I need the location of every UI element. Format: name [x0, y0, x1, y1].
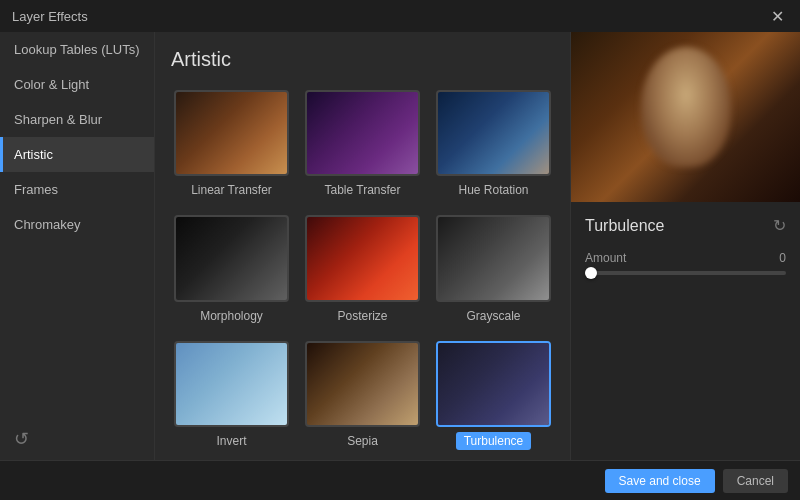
sidebar-item-sharpen-blur[interactable]: Sharpen & Blur: [0, 102, 154, 137]
param-label-amount: Amount: [585, 251, 626, 265]
sidebar-item-lookup-tables[interactable]: Lookup Tables (LUTs): [0, 32, 154, 67]
effect-label-posterize: Posterize: [331, 307, 393, 325]
effect-item-morphology[interactable]: Morphology: [171, 212, 292, 327]
sidebar: Lookup Tables (LUTs) Color & Light Sharp…: [0, 32, 155, 460]
sidebar-item-artistic[interactable]: Artistic: [0, 137, 154, 172]
effect-item-linear-transfer[interactable]: Linear Transfer: [171, 87, 292, 202]
effects-grid: Linear Transfer Table Transfer Hue Rotat…: [171, 87, 554, 453]
effect-label-invert: Invert: [210, 432, 252, 450]
effect-label-linear-transfer: Linear Transfer: [185, 181, 278, 199]
effect-label-table-transfer: Table Transfer: [318, 181, 406, 199]
effect-label-morphology: Morphology: [194, 307, 269, 325]
save-close-button[interactable]: Save and close: [605, 469, 715, 493]
slider-track-amount[interactable]: [585, 271, 786, 275]
cancel-button[interactable]: Cancel: [723, 469, 788, 493]
effect-item-grayscale[interactable]: Grayscale: [433, 212, 554, 327]
right-panel: Turbulence ↻ Amount 0: [570, 32, 800, 460]
effect-controls: Turbulence ↻ Amount 0: [571, 202, 800, 460]
close-button[interactable]: ✕: [766, 5, 788, 27]
effect-label-turbulence: Turbulence: [456, 432, 532, 450]
sidebar-item-chromakey[interactable]: Chromakey: [0, 207, 154, 242]
preview-image: [571, 32, 800, 202]
effect-name-row: Turbulence ↻: [585, 216, 786, 235]
effect-item-invert[interactable]: Invert: [171, 338, 292, 453]
slider-thumb-amount[interactable]: [585, 267, 597, 279]
title-bar: Layer Effects ✕: [0, 0, 800, 32]
effect-item-sepia[interactable]: Sepia: [302, 338, 423, 453]
effect-label-sepia: Sepia: [341, 432, 384, 450]
effect-item-table-transfer[interactable]: Table Transfer: [302, 87, 423, 202]
sidebar-item-frames[interactable]: Frames: [0, 172, 154, 207]
app-window: Layer Effects ✕ Lookup Tables (LUTs) Col…: [0, 0, 800, 500]
sidebar-bottom: ↺: [0, 418, 154, 460]
effect-label-grayscale: Grayscale: [460, 307, 526, 325]
window-title: Layer Effects: [12, 9, 88, 24]
bottom-bar: Save and close Cancel: [0, 460, 800, 500]
active-effect-name: Turbulence: [585, 217, 664, 235]
effect-item-posterize[interactable]: Posterize: [302, 212, 423, 327]
effect-item-turbulence[interactable]: Turbulence: [433, 338, 554, 453]
effect-item-hue-rotation[interactable]: Hue Rotation: [433, 87, 554, 202]
center-panel: Artistic Linear Transfer Table Transfer: [155, 32, 570, 460]
preview-area: [571, 32, 800, 202]
reset-icon[interactable]: ↺: [14, 428, 29, 450]
effect-label-hue-rotation: Hue Rotation: [452, 181, 534, 199]
preview-face-shape: [641, 47, 731, 167]
sidebar-item-color-light[interactable]: Color & Light: [0, 67, 154, 102]
param-value-amount: 0: [779, 251, 786, 265]
refresh-icon[interactable]: ↻: [773, 216, 786, 235]
param-row-amount: Amount 0: [585, 251, 786, 265]
main-content: Lookup Tables (LUTs) Color & Light Sharp…: [0, 32, 800, 460]
panel-title: Artistic: [171, 48, 554, 71]
